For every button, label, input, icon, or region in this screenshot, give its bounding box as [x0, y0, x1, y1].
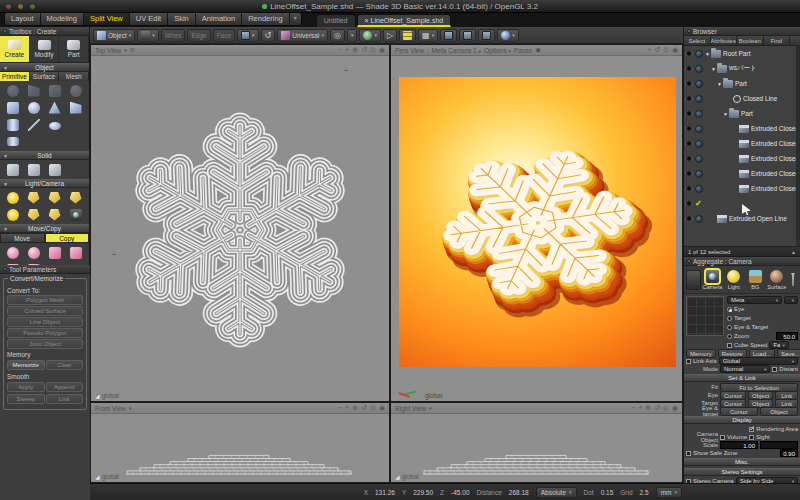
magnify-icon[interactable]: ⊙ [663, 46, 669, 54]
volume-checkbox[interactable] [720, 435, 725, 440]
top-view-label[interactable]: Top View [95, 47, 121, 54]
ring-tool-button[interactable] [65, 82, 86, 99]
link-axis-dropdown[interactable]: Global▾ [719, 357, 798, 365]
universal-manipulator-dropdown[interactable]: Universal▾ [277, 29, 328, 42]
tab-rendering[interactable]: Rendering [242, 13, 290, 25]
marquee-select-dropdown[interactable]: ▾ [237, 29, 259, 42]
eye-icon[interactable] [685, 111, 693, 116]
wedge-tool-button[interactable] [65, 99, 86, 116]
tree-row[interactable]: Closed Line [684, 91, 800, 106]
panel-collapse-icon[interactable] [687, 259, 691, 263]
select-ball-icon[interactable] [695, 65, 703, 73]
tree-row[interactable]: Extruded Closed [684, 151, 800, 166]
tree-scrollbar[interactable] [796, 46, 800, 246]
aggregate-tab-bg[interactable]: BG [745, 270, 766, 290]
camera-preview[interactable] [686, 296, 724, 336]
aggregate-tab-surface[interactable]: Surface [767, 270, 788, 290]
grid-options-dropdown[interactable]: ▦▾ [418, 29, 438, 42]
grid-snap-button[interactable] [399, 29, 416, 42]
close-tab-icon[interactable]: × [365, 17, 369, 24]
pause-button[interactable]: Pause [514, 47, 532, 54]
zoom-radio[interactable] [727, 334, 732, 339]
front-viewport[interactable]: Front View ▾ − + ⊕ ↺ ⊙ ◉ ◢global [90, 402, 390, 483]
convert-polygon-mesh-button[interactable]: Polygon Mesh [7, 295, 83, 305]
doc-tab-untitled[interactable]: Untitled [316, 14, 356, 27]
misc-section[interactable]: Misc. [684, 458, 800, 466]
arc-tool-button[interactable] [2, 82, 23, 99]
tab-split-view[interactable]: Split View [84, 13, 130, 25]
select-ball-icon[interactable] [695, 125, 703, 133]
cube-speed-checkbox[interactable] [727, 343, 732, 348]
zoom-field[interactable]: 50.0 [776, 332, 798, 340]
tree-row[interactable]: Extruded Closed [684, 136, 800, 151]
sphere-tool-button[interactable] [23, 99, 44, 116]
meta-dropdown[interactable]: Meta▾ [727, 296, 782, 304]
ambient-light-button[interactable] [2, 206, 23, 223]
aggregate-tab-camera[interactable]: Camera [702, 270, 723, 290]
tree-row[interactable]: ▼ wsパート [684, 61, 800, 76]
zoom-in-icon[interactable]: + [345, 404, 349, 412]
convert-pseudo-polygon-button[interactable]: Pseudo Polygon [7, 328, 83, 338]
tab-uv-edit[interactable]: UV Edit [130, 13, 168, 25]
tab-layout[interactable]: Layout [5, 13, 41, 25]
front-view-label[interactable]: Front View [95, 405, 126, 412]
safe-zone-checkbox[interactable] [686, 451, 691, 456]
world-dropdown[interactable]: ▾ [359, 29, 381, 42]
smooth-apply-button[interactable]: Apply [7, 382, 45, 392]
select-ball-icon[interactable] [695, 50, 703, 58]
select-ball-icon[interactable] [695, 110, 703, 118]
mode-dropdown[interactable]: Normal▾ [720, 365, 770, 373]
view-menu-icon[interactable]: ▾ [124, 47, 127, 53]
view-options-icon[interactable]: ◉ [672, 404, 678, 412]
linear-light-button[interactable] [23, 206, 44, 223]
coordinate-mode-dropdown[interactable]: Absolute▾ [536, 487, 577, 498]
tree-row[interactable]: ▼ Part [684, 106, 800, 121]
disc-tool-button[interactable] [44, 116, 65, 133]
pers-view-label[interactable]: Pers View [395, 47, 424, 54]
surface-tab[interactable]: Surface [30, 72, 60, 81]
move-copy-section-header[interactable]: ▼Move/Copy [0, 224, 89, 233]
rotate-tool-button[interactable] [23, 244, 44, 261]
eye-icon[interactable] [685, 141, 693, 146]
aggregate-tab-light[interactable]: Light [724, 270, 745, 290]
meta-extra-dropdown[interactable]: ▾ [784, 296, 798, 304]
tab-animation[interactable]: Animation [196, 13, 242, 25]
workspace-more-icon[interactable]: ▾ [290, 13, 301, 25]
move-button[interactable]: Move [0, 233, 45, 243]
render-dot-icon[interactable]: ◉ [535, 46, 541, 54]
eye-icon[interactable] [685, 66, 693, 71]
tree-row[interactable]: ▼ Part [684, 76, 800, 91]
object-section-header[interactable]: ▼Object [0, 63, 89, 72]
cylinder-tool-button[interactable] [2, 116, 23, 133]
modify-mode-button[interactable]: Modify [30, 36, 60, 62]
mesh-tab[interactable]: Mesh [59, 72, 89, 81]
pointer-mode-button[interactable]: ▷ [383, 29, 397, 42]
line-tool-button[interactable] [23, 116, 44, 133]
right-viewport[interactable]: Right View ▾ − + ⊕ ↺ ⊙ ◉ ◢global [390, 402, 683, 483]
rendering-area-checkbox[interactable] [749, 427, 754, 432]
orbit-icon[interactable]: ↺ [654, 46, 660, 54]
eye-icon[interactable] [685, 216, 693, 221]
convert-joint-object-button[interactable]: Joint Object [7, 339, 83, 349]
light-camera-section-header[interactable]: ▼Light/Camera [0, 179, 89, 188]
select-ball-icon[interactable] [695, 95, 703, 103]
camera-view-dropdown[interactable]: ▾ [137, 29, 159, 42]
magnify-icon[interactable]: ⊙ [370, 46, 376, 54]
scale-tool-button[interactable] [44, 244, 65, 261]
text-solid-tool-button[interactable] [44, 161, 65, 178]
create-mode-button[interactable]: Create [0, 36, 30, 62]
camera-tool-button[interactable] [65, 206, 86, 223]
spot-light-button[interactable] [23, 189, 44, 206]
sight-checkbox[interactable] [749, 435, 754, 440]
link-button[interactable]: Link [46, 394, 84, 404]
face-button[interactable]: Face [213, 29, 235, 42]
orbit-icon[interactable]: ↺ [361, 46, 367, 54]
unit-dropdown[interactable]: mm▾ [656, 487, 682, 498]
eye-icon[interactable] [685, 156, 693, 161]
tab-skin[interactable]: Skin [168, 13, 196, 25]
select-ball-icon[interactable] [695, 185, 703, 193]
rect-tool-button[interactable] [44, 82, 65, 99]
eye-target-radio[interactable] [727, 325, 732, 330]
top-viewport[interactable]: Top View ▾ ⊙ − + ⊕ ↺ ⊙ ◉ + + ◢global [90, 44, 390, 402]
pers-viewport[interactable]: Pers View | Meta Camera 1 ▾ Options ▾ Pa… [390, 44, 683, 402]
